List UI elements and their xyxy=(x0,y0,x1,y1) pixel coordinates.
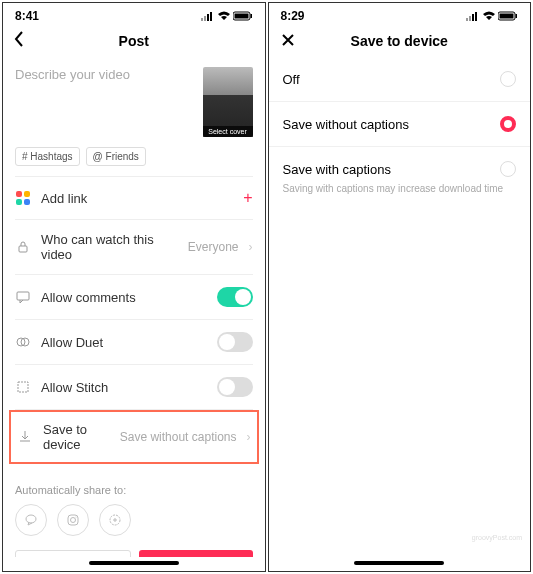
svg-rect-3 xyxy=(210,12,212,21)
comments-toggle[interactable] xyxy=(217,287,253,307)
option-off-label: Off xyxy=(283,72,300,87)
plus-icon: + xyxy=(243,189,252,207)
svg-rect-7 xyxy=(19,246,27,252)
save-value: Save without captions xyxy=(120,430,237,444)
download-icon xyxy=(17,429,33,445)
svg-rect-8 xyxy=(17,292,29,300)
radio-with[interactable] xyxy=(500,161,516,177)
drafts-button[interactable]: Drafts xyxy=(15,550,131,557)
svg-rect-6 xyxy=(250,14,252,18)
chevron-right-icon: › xyxy=(247,430,251,444)
back-icon[interactable] xyxy=(13,31,25,52)
share-icons xyxy=(3,504,265,550)
save-label: Save to device xyxy=(43,422,110,452)
save-to-device-row[interactable]: Save to device Save without captions › xyxy=(11,412,257,462)
share-stories-icon[interactable] xyxy=(99,504,131,536)
friends-button[interactable]: @ Friends xyxy=(86,147,146,166)
option-with-subtitle: Saving with captions may increase downlo… xyxy=(269,183,531,204)
svg-rect-5 xyxy=(234,14,248,19)
caption-input[interactable]: Describe your video xyxy=(15,67,195,137)
stitch-row: Allow Stitch xyxy=(3,365,265,409)
describe-row: Describe your video Select cover xyxy=(3,57,265,147)
stitch-toggle[interactable] xyxy=(217,377,253,397)
stitch-icon xyxy=(15,379,31,395)
share-instagram-icon[interactable] xyxy=(57,504,89,536)
duet-label: Allow Duet xyxy=(41,335,207,350)
comments-row: Allow comments xyxy=(3,275,265,319)
page-title: Post xyxy=(119,33,149,49)
hashtags-button[interactable]: # Hashtags xyxy=(15,147,80,166)
option-with-label: Save with captions xyxy=(283,162,391,177)
save-to-device-highlight: Save to device Save without captions › xyxy=(9,410,259,464)
tags-row: # Hashtags @ Friends xyxy=(3,147,265,176)
comments-label: Allow comments xyxy=(41,290,207,305)
post-screen: 8:41 Post Describe your video Select cov… xyxy=(2,2,266,572)
add-link-icon xyxy=(15,190,31,206)
privacy-label: Who can watch this video xyxy=(41,232,178,262)
option-without-label: Save without captions xyxy=(283,117,409,132)
status-indicators xyxy=(466,11,518,21)
duet-icon xyxy=(15,334,31,350)
bottom-buttons: Drafts Post xyxy=(3,550,265,557)
comment-icon xyxy=(15,289,31,305)
post-button[interactable]: Post xyxy=(139,550,253,557)
content: Describe your video Select cover # Hasht… xyxy=(3,57,265,557)
svg-rect-13 xyxy=(68,515,78,525)
share-chat-icon[interactable] xyxy=(15,504,47,536)
svg-rect-24 xyxy=(500,14,514,19)
svg-rect-11 xyxy=(18,382,28,392)
option-without-captions[interactable]: Save without captions xyxy=(269,102,531,146)
add-link-label: Add link xyxy=(41,191,233,206)
chevron-right-icon: › xyxy=(249,240,253,254)
svg-rect-1 xyxy=(204,16,206,21)
home-indicator xyxy=(354,561,444,565)
svg-point-14 xyxy=(71,518,76,523)
svg-rect-25 xyxy=(516,14,518,18)
svg-rect-0 xyxy=(201,18,203,21)
auto-share-label: Automatically share to: xyxy=(3,464,265,504)
svg-point-15 xyxy=(76,517,77,518)
close-icon[interactable] xyxy=(281,31,295,52)
home-indicator xyxy=(89,561,179,565)
svg-rect-22 xyxy=(475,12,477,21)
page-title: Save to device xyxy=(351,33,448,49)
svg-rect-20 xyxy=(469,16,471,21)
svg-point-12 xyxy=(26,515,36,523)
lock-icon xyxy=(15,239,31,255)
stitch-label: Allow Stitch xyxy=(41,380,207,395)
privacy-value: Everyone xyxy=(188,240,239,254)
status-indicators xyxy=(201,11,253,21)
watermark: groovyPost.com xyxy=(472,534,522,541)
save-to-device-screen: 8:29 Save to device Off Save without cap… xyxy=(268,2,532,572)
header: Post xyxy=(3,25,265,57)
video-thumbnail[interactable]: Select cover xyxy=(203,67,253,137)
svg-rect-2 xyxy=(207,14,209,21)
content: Off Save without captions Save with capt… xyxy=(269,57,531,557)
radio-without[interactable] xyxy=(500,116,516,132)
privacy-row[interactable]: Who can watch this video Everyone › xyxy=(3,220,265,274)
svg-rect-19 xyxy=(466,18,468,21)
status-bar: 8:29 xyxy=(269,3,531,25)
select-cover-label[interactable]: Select cover xyxy=(203,126,253,137)
status-time: 8:29 xyxy=(281,9,305,23)
option-off[interactable]: Off xyxy=(269,57,531,101)
add-link-row[interactable]: Add link + xyxy=(3,177,265,219)
svg-rect-21 xyxy=(472,14,474,21)
radio-off[interactable] xyxy=(500,71,516,87)
header: Save to device xyxy=(269,25,531,57)
status-time: 8:41 xyxy=(15,9,39,23)
duet-toggle[interactable] xyxy=(217,332,253,352)
status-bar: 8:41 xyxy=(3,3,265,25)
duet-row: Allow Duet xyxy=(3,320,265,364)
